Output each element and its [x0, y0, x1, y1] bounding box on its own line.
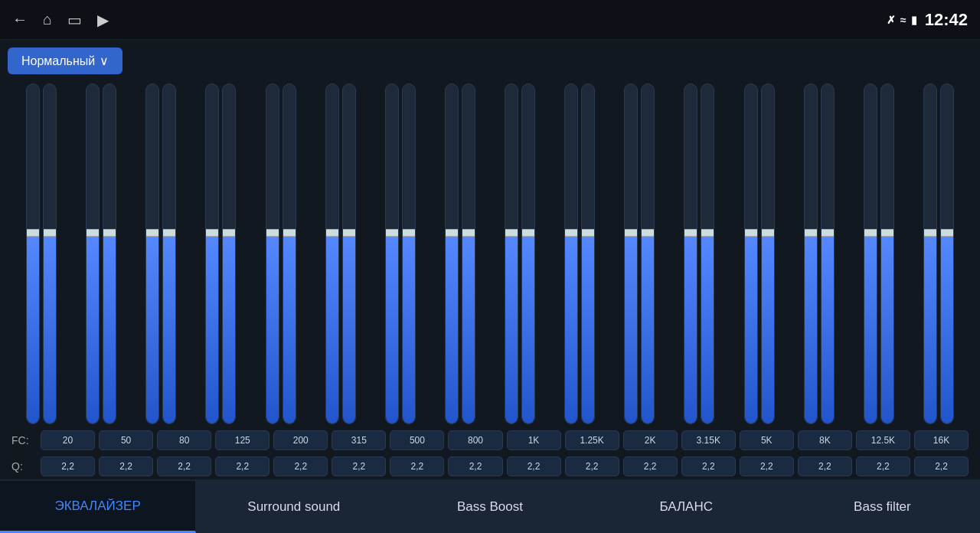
tab-surround-sound[interactable]: Surround sound	[196, 481, 392, 533]
q-badge-2[interactable]: 2,2	[157, 456, 211, 476]
q-badge-1[interactable]: 2,2	[99, 456, 153, 476]
tab-bass-filter[interactable]: Bass filter	[785, 481, 980, 533]
slider-track-wrapper-4	[251, 80, 311, 427]
slider-fill-14-0	[864, 237, 877, 423]
q-badge-0[interactable]: 2,2	[41, 456, 95, 476]
slider-thumb-15-1	[940, 229, 954, 237]
fc-badge-3[interactable]: 125	[215, 430, 270, 450]
slider-fill-15-0	[924, 237, 936, 423]
tab-баланс[interactable]: БАЛАНС	[589, 481, 785, 533]
q-badge-6[interactable]: 2,2	[390, 456, 444, 476]
slider-fill-12-0	[745, 237, 757, 423]
preset-button[interactable]: Нормальный ∨	[8, 47, 122, 74]
slider-fill-4-1	[283, 237, 296, 423]
slider-column-14	[849, 80, 909, 427]
home-icon[interactable]: ⌂	[43, 11, 52, 28]
fc-badge-4[interactable]: 200	[273, 430, 328, 450]
fc-badge-7[interactable]: 800	[448, 430, 502, 450]
q-values: 2,22,22,22,22,22,22,22,22,22,22,22,22,22…	[41, 456, 969, 476]
slider-track-7-1[interactable]	[462, 83, 475, 424]
slider-column-10	[609, 80, 669, 427]
slider-track-0-0[interactable]	[26, 83, 40, 424]
fc-badge-10[interactable]: 2K	[623, 430, 678, 450]
slider-track-5-1[interactable]	[342, 83, 356, 424]
q-badge-9[interactable]: 2,2	[565, 456, 619, 476]
slider-thumb-5-1	[342, 229, 356, 237]
slider-track-6-1[interactable]	[402, 83, 416, 424]
fc-badge-6[interactable]: 500	[390, 430, 444, 450]
slider-track-4-1[interactable]	[283, 83, 296, 424]
fc-badge-11[interactable]: 3.15K	[681, 430, 736, 450]
q-badge-14[interactable]: 2,2	[856, 456, 910, 476]
slider-track-8-1[interactable]	[521, 83, 535, 424]
slider-track-13-1[interactable]	[821, 83, 835, 424]
slider-thumb-9-1	[581, 229, 595, 237]
fc-badge-13[interactable]: 8K	[798, 430, 852, 450]
slider-track-0-1[interactable]	[43, 83, 57, 424]
q-badge-15[interactable]: 2,2	[914, 456, 969, 476]
q-badge-7[interactable]: 2,2	[448, 456, 502, 476]
slider-track-1-0[interactable]	[86, 83, 100, 424]
slider-track-13-0[interactable]	[804, 83, 818, 424]
slider-thumb-12-1	[761, 229, 775, 237]
slider-track-1-1[interactable]	[103, 83, 116, 424]
status-right: ✗ ≈ ▮ 12:42	[887, 10, 968, 30]
slider-thumb-7-0	[445, 229, 459, 237]
slider-track-5-0[interactable]	[325, 83, 339, 424]
slider-track-14-0[interactable]	[864, 83, 877, 424]
slider-track-15-0[interactable]	[923, 83, 937, 424]
slider-fill-13-1	[822, 237, 834, 423]
window-icon[interactable]: ▭	[67, 11, 82, 29]
fc-badge-5[interactable]: 315	[332, 430, 386, 450]
slider-thumb-4-0	[266, 229, 279, 237]
main-area: Нормальный ∨ FC: 2050801252003155008001K…	[0, 40, 980, 479]
slider-thumb-5-0	[325, 229, 339, 237]
slider-thumb-12-0	[744, 229, 758, 237]
q-badge-5[interactable]: 2,2	[332, 456, 386, 476]
slider-track-9-0[interactable]	[564, 83, 578, 424]
slider-track-14-1[interactable]	[880, 83, 894, 424]
fc-values: 2050801252003155008001K1.25K2K3.15K5K8K1…	[41, 430, 969, 450]
slider-track-3-1[interactable]	[222, 83, 236, 424]
slider-track-4-0[interactable]	[266, 83, 279, 424]
slider-track-11-0[interactable]	[684, 83, 697, 424]
slider-fill-7-1	[462, 237, 475, 423]
slider-fill-15-1	[941, 237, 953, 423]
slider-track-11-1[interactable]	[701, 83, 714, 424]
fc-badge-12[interactable]: 5K	[740, 430, 794, 450]
slider-track-12-1[interactable]	[761, 83, 775, 424]
tab-эквалайзер[interactable]: ЭКВАЛАЙЗЕР	[0, 481, 196, 533]
fc-badge-15[interactable]: 16K	[914, 430, 969, 450]
slider-thumb-7-1	[462, 229, 475, 237]
slider-fill-0-1	[44, 237, 56, 423]
slider-fill-10-0	[625, 237, 637, 423]
slider-track-3-0[interactable]	[205, 83, 219, 424]
fc-badge-8[interactable]: 1K	[507, 430, 561, 450]
fc-badge-1[interactable]: 50	[99, 430, 153, 450]
fc-badge-9[interactable]: 1.25K	[565, 430, 619, 450]
slider-track-10-1[interactable]	[641, 83, 655, 424]
slider-track-12-0[interactable]	[744, 83, 758, 424]
slider-thumb-3-0	[205, 229, 219, 237]
slider-track-9-1[interactable]	[581, 83, 595, 424]
fc-badge-2[interactable]: 80	[157, 430, 211, 450]
slider-track-2-0[interactable]	[145, 83, 159, 424]
q-badge-11[interactable]: 2,2	[681, 456, 736, 476]
fc-badge-14[interactable]: 12.5K	[856, 430, 910, 450]
q-badge-3[interactable]: 2,2	[215, 456, 270, 476]
slider-track-2-1[interactable]	[162, 83, 176, 424]
q-badge-13[interactable]: 2,2	[798, 456, 852, 476]
q-badge-12[interactable]: 2,2	[740, 456, 794, 476]
q-badge-4[interactable]: 2,2	[273, 456, 328, 476]
slider-track-6-0[interactable]	[385, 83, 399, 424]
slider-track-7-0[interactable]	[445, 83, 459, 424]
slider-track-8-0[interactable]	[505, 83, 518, 424]
q-badge-8[interactable]: 2,2	[507, 456, 561, 476]
play-icon[interactable]: ▶	[97, 11, 109, 29]
tab-bass-boost[interactable]: Bass Boost	[392, 481, 588, 533]
slider-track-15-1[interactable]	[940, 83, 954, 424]
back-icon[interactable]: ←	[12, 11, 28, 28]
q-badge-10[interactable]: 2,2	[623, 456, 678, 476]
slider-track-10-0[interactable]	[624, 83, 638, 424]
fc-badge-0[interactable]: 20	[41, 430, 95, 450]
